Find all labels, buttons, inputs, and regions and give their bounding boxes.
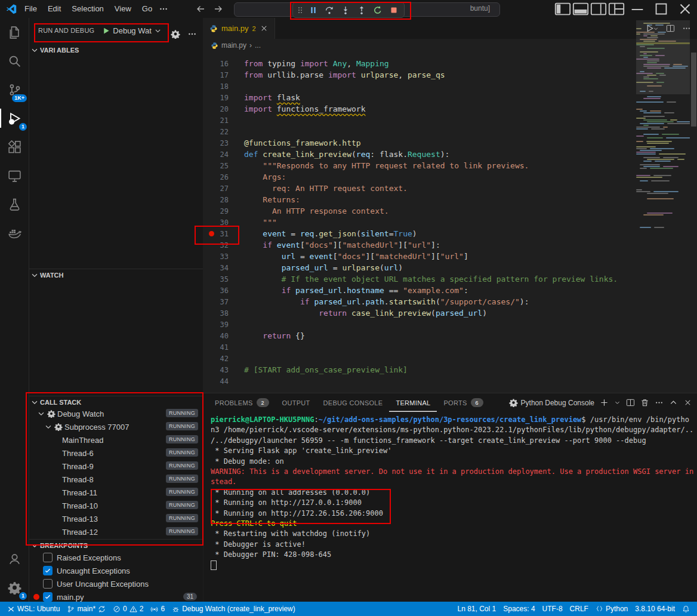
panel-tab-terminal[interactable]: TERMINAL bbox=[389, 393, 437, 412]
line-number[interactable]: 43 bbox=[203, 366, 229, 374]
start-debug-icon[interactable] bbox=[101, 26, 110, 35]
restart-button[interactable] bbox=[370, 4, 385, 17]
line-number[interactable]: 36 bbox=[203, 287, 229, 295]
activity-item-testing[interactable] bbox=[0, 190, 29, 218]
split-terminal-icon[interactable] bbox=[626, 398, 635, 407]
call-stack-item-thread-6[interactable]: Thread-6RUNNING bbox=[29, 446, 203, 460]
line-number[interactable]: 34 bbox=[203, 264, 229, 272]
breakpoint-checkbox[interactable] bbox=[43, 553, 53, 562]
call-stack-item-thread-13[interactable]: Thread-13RUNNING bbox=[29, 512, 203, 525]
activity-item-docker[interactable] bbox=[0, 218, 29, 247]
status-git-branch[interactable]: main* bbox=[63, 602, 109, 616]
line-number[interactable]: 37 bbox=[203, 298, 229, 306]
call-stack-item-thread-10[interactable]: Thread-10RUNNING bbox=[29, 499, 203, 512]
code-line-19[interactable]: 19import flask bbox=[203, 92, 636, 103]
menu-item-selection[interactable]: Selection bbox=[66, 0, 109, 18]
back-arrow-icon[interactable] bbox=[196, 4, 205, 14]
panel-tab-ports[interactable]: PORTS6 bbox=[437, 393, 489, 412]
code-line-42[interactable]: 42 bbox=[203, 353, 636, 364]
code-line-35[interactable]: 35 # If the event object URL matches a s… bbox=[203, 273, 636, 285]
status-forwarded-ports[interactable]: 6 bbox=[147, 602, 168, 616]
step-into-button[interactable] bbox=[338, 4, 353, 17]
line-number[interactable]: 29 bbox=[203, 207, 229, 215]
line-number[interactable]: 16 bbox=[203, 60, 229, 68]
line-number[interactable]: 32 bbox=[203, 241, 229, 250]
section-watch[interactable]: WATCH bbox=[29, 269, 203, 281]
code-editor[interactable]: 16from typing import Any, Mapping17from … bbox=[203, 52, 636, 399]
debug-config-dropdown[interactable]: Debug Wat bbox=[101, 26, 162, 35]
line-number[interactable]: 18 bbox=[203, 82, 229, 91]
line-number[interactable]: 19 bbox=[203, 94, 229, 102]
breakpoint-dot-icon[interactable] bbox=[209, 231, 214, 236]
minimize-button[interactable] bbox=[625, 0, 649, 18]
debug-settings-gear-icon[interactable] bbox=[171, 29, 180, 39]
new-terminal-icon[interactable] bbox=[600, 398, 609, 407]
call-stack-item-thread-9[interactable]: Thread-9RUNNING bbox=[29, 460, 203, 473]
status-encoding[interactable]: UTF-8 bbox=[539, 602, 566, 616]
line-number[interactable]: 28 bbox=[203, 196, 229, 204]
debug-more-icon[interactable] bbox=[187, 29, 197, 39]
tab-main-py[interactable]: main.py 2 bbox=[203, 18, 275, 39]
call-stack-item-thread-12[interactable]: Thread-12RUNNING bbox=[29, 525, 203, 538]
activity-item-remote-explorer[interactable] bbox=[0, 161, 29, 190]
breadcrumb-file[interactable]: main.py bbox=[221, 41, 246, 50]
pause-button[interactable] bbox=[306, 4, 321, 17]
terminal-instance[interactable]: Python Debug Console bbox=[509, 398, 594, 407]
toggle-panel-left-icon[interactable] bbox=[554, 0, 572, 18]
code-line-28[interactable]: 28 Returns: bbox=[203, 194, 636, 205]
code-line-26[interactable]: 26 Args: bbox=[203, 171, 636, 183]
code-line-39[interactable]: 39 bbox=[203, 319, 636, 330]
line-number[interactable]: 44 bbox=[203, 377, 229, 386]
code-line-17[interactable]: 17from urllib.parse import urlparse, par… bbox=[203, 69, 636, 81]
menu-item-view[interactable]: View bbox=[109, 0, 137, 18]
menu-more-icon[interactable] bbox=[159, 4, 168, 14]
line-number[interactable]: 41 bbox=[203, 343, 229, 352]
line-number[interactable]: 26 bbox=[203, 173, 229, 181]
terminal-dropdown-icon[interactable] bbox=[614, 398, 621, 407]
line-number[interactable]: 20 bbox=[203, 105, 229, 113]
code-line-27[interactable]: 27 req: An HTTP request context. bbox=[203, 183, 636, 194]
line-number[interactable]: 31 bbox=[203, 230, 229, 238]
close-window-button[interactable] bbox=[673, 0, 697, 18]
breadcrumb-more[interactable]: ... bbox=[255, 41, 261, 50]
breakpoint-item-user-uncaught-exceptions[interactable]: User Uncaught Exceptions bbox=[29, 577, 203, 590]
code-line-43[interactable]: 43# [START add_ons_case_preview_link] bbox=[203, 364, 636, 375]
code-line-38[interactable]: 38 return case_link_preview(parsed_url) bbox=[203, 307, 636, 319]
breakpoint-checkbox[interactable] bbox=[43, 579, 53, 589]
call-stack-item-mainthread[interactable]: MainThreadRUNNING bbox=[29, 433, 203, 446]
panel-more-icon[interactable] bbox=[655, 398, 664, 407]
step-over-button[interactable] bbox=[322, 4, 337, 17]
status-remote-indicator[interactable]: WSL: Ubuntu bbox=[4, 602, 63, 616]
code-line-25[interactable]: 25 """Responds to any HTTP request relat… bbox=[203, 160, 636, 171]
code-line-33[interactable]: 33 url = event["docs"]["matchedUrl"]["ur… bbox=[203, 251, 636, 262]
line-number[interactable]: 22 bbox=[203, 128, 229, 136]
scrollbar-thumb[interactable] bbox=[691, 53, 696, 127]
code-line-31[interactable]: 31 event = req.get_json(silent=True) bbox=[203, 228, 636, 239]
code-line-34[interactable]: 34 parsed_url = urlparse(url) bbox=[203, 262, 636, 273]
minimap-slider[interactable] bbox=[636, 20, 690, 94]
breakpoint-item-raised-exceptions[interactable]: Raised Exceptions bbox=[29, 551, 203, 564]
customize-layout-icon[interactable] bbox=[607, 0, 625, 18]
status-language-mode[interactable]: Python bbox=[592, 602, 631, 616]
code-line-36[interactable]: 36 if parsed_url.hostname == "example.co… bbox=[203, 285, 636, 296]
line-number[interactable]: 25 bbox=[203, 162, 229, 170]
line-number[interactable]: 39 bbox=[203, 321, 229, 329]
panel-tab-debug-console[interactable]: DEBUG CONSOLE bbox=[317, 393, 390, 412]
line-number[interactable]: 42 bbox=[203, 355, 229, 363]
forward-arrow-icon[interactable] bbox=[214, 4, 223, 14]
call-stack-item-debug-watch[interactable]: Debug WatchRUNNING bbox=[29, 407, 203, 420]
stop-button[interactable] bbox=[386, 4, 402, 17]
activity-item-settings[interactable]: 1 bbox=[0, 573, 29, 602]
activity-item-source-control[interactable]: 1K+ bbox=[0, 75, 29, 104]
maximize-panel-icon[interactable] bbox=[669, 398, 678, 407]
breakpoint-checkbox[interactable] bbox=[43, 566, 53, 575]
breakpoint-item-main.py[interactable]: main.py31 bbox=[29, 590, 203, 602]
activity-item-search[interactable] bbox=[0, 47, 29, 75]
status-indentation[interactable]: Spaces: 4 bbox=[499, 602, 538, 616]
code-line-29[interactable]: 29 An HTTP response context. bbox=[203, 205, 636, 217]
call-stack-item-thread-8[interactable]: Thread-8RUNNING bbox=[29, 473, 203, 486]
step-out-button[interactable] bbox=[354, 4, 369, 17]
status-eol[interactable]: CRLF bbox=[566, 602, 592, 616]
toggle-panel-right-icon[interactable] bbox=[590, 0, 607, 18]
section-breakpoints[interactable]: BREAKPOINTS bbox=[29, 539, 203, 551]
